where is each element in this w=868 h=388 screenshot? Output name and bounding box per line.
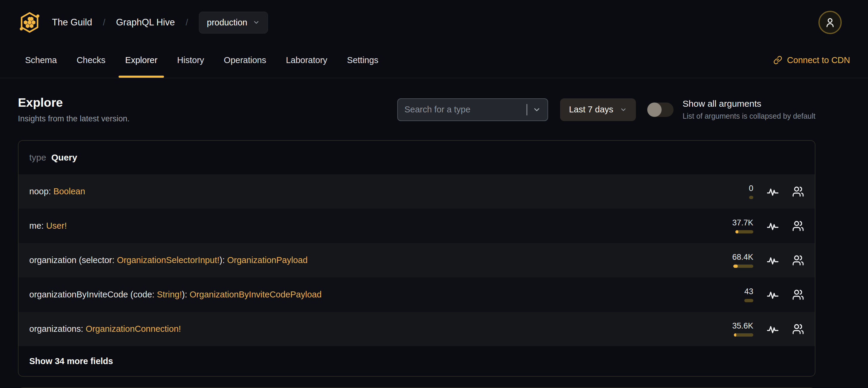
users-icon[interactable] xyxy=(792,255,804,266)
breadcrumb-separator: / xyxy=(103,18,105,28)
toggle-knob xyxy=(647,102,661,117)
type-card-header: type Query xyxy=(19,141,815,174)
field-stats: 68.4K xyxy=(732,252,804,268)
users-icon[interactable] xyxy=(792,220,804,232)
activity-icon[interactable] xyxy=(767,185,779,198)
field-row: organizations: OrganizationConnection! 3… xyxy=(19,312,815,346)
tab-settings[interactable]: Settings xyxy=(340,42,385,78)
tab-laboratory[interactable]: Laboratory xyxy=(279,42,335,78)
breadcrumb: The Guild / GraphQL Hive / production xyxy=(52,12,268,33)
users-icon[interactable] xyxy=(792,323,804,335)
avatar-button[interactable] xyxy=(818,11,842,34)
type-card: type Query noop: Boolean 0 me: User! 37.… xyxy=(18,140,815,377)
field-type: User! xyxy=(46,221,67,231)
toggle-title: Show all arguments xyxy=(683,99,815,109)
combobox-divider xyxy=(527,104,527,115)
user-icon xyxy=(825,17,836,28)
honeycomb-cells xyxy=(24,17,35,28)
field-row: me: User! 37.7K xyxy=(19,209,815,243)
tab-operations[interactable]: Operations xyxy=(217,42,273,78)
usage-count: 0 xyxy=(749,184,753,193)
type-name: Query xyxy=(51,152,78,162)
usage-bar xyxy=(735,230,753,234)
field-type: Boolean xyxy=(54,186,85,196)
tab-bar: Schema Checks Explorer History Operation… xyxy=(0,42,868,78)
tab-history[interactable]: History xyxy=(170,42,211,78)
usage-block: 35.6K xyxy=(732,321,753,336)
activity-icon[interactable] xyxy=(767,323,779,335)
usage-bar-fill xyxy=(734,333,736,336)
show-more-fields-button[interactable]: Show 34 more fields xyxy=(19,346,815,376)
environment-select-label: production xyxy=(207,18,247,28)
field-signature[interactable]: me: User! xyxy=(29,221,67,231)
tab-explorer[interactable]: Explorer xyxy=(118,42,164,78)
field-type: OrganizationByInviteCodePayload xyxy=(190,290,322,299)
controls: Last 7 days Show all arguments List of a… xyxy=(397,98,815,121)
breadcrumb-org[interactable]: The Guild xyxy=(52,17,92,28)
type-kind-label: type xyxy=(29,152,46,162)
usage-bar xyxy=(749,196,753,199)
hive-logo-icon[interactable] xyxy=(18,11,41,34)
field-type: OrganizationPayload xyxy=(227,255,308,265)
field-stats: 43 xyxy=(744,287,804,302)
usage-count: 43 xyxy=(744,287,753,296)
field-row: noop: Boolean 0 xyxy=(19,174,815,209)
show-all-arguments-toggle[interactable] xyxy=(647,102,674,117)
chevron-down-icon xyxy=(620,106,627,113)
page-subtitle: Insights from the latest version. xyxy=(18,114,130,123)
field-row: organization (selector: OrganizationSele… xyxy=(19,243,815,277)
type-search-input[interactable] xyxy=(404,105,521,115)
field-signature[interactable]: noop: Boolean xyxy=(29,186,85,197)
users-icon[interactable] xyxy=(792,186,804,198)
chevron-down-icon[interactable] xyxy=(533,106,541,114)
page-title: Explore xyxy=(18,96,130,110)
usage-bar xyxy=(734,333,753,336)
environment-select[interactable]: production xyxy=(199,12,268,33)
period-select[interactable]: Last 7 days xyxy=(560,98,636,121)
field-type: OrganizationConnection! xyxy=(86,324,181,334)
field-type: OrganizationSelectorInput! xyxy=(117,255,219,265)
field-signature[interactable]: organizations: OrganizationConnection! xyxy=(29,324,181,334)
usage-bar xyxy=(733,265,753,268)
usage-bar-fill xyxy=(733,265,738,268)
toggle-description: List of arguments is collapsed by defaul… xyxy=(683,112,815,120)
field-type: String! xyxy=(157,290,182,299)
activity-icon[interactable] xyxy=(767,254,779,267)
link-icon xyxy=(773,56,782,65)
field-stats: 37.7K xyxy=(732,218,804,234)
period-select-label: Last 7 days xyxy=(569,105,613,115)
usage-bar xyxy=(744,299,753,302)
field-stats: 0 xyxy=(749,184,804,199)
activity-icon[interactable] xyxy=(767,220,779,232)
top-bar: The Guild / GraphQL Hive / production xyxy=(0,0,868,42)
field-signature[interactable]: organizationByInviteCode (code: String!)… xyxy=(29,290,322,300)
usage-bar-fill xyxy=(735,230,738,234)
field-stats: 35.6K xyxy=(732,321,804,336)
tabs: Schema Checks Explorer History Operation… xyxy=(18,42,385,78)
field-signature[interactable]: organization (selector: OrganizationSele… xyxy=(29,255,308,265)
tab-checks[interactable]: Checks xyxy=(69,42,113,78)
connect-to-cdn-label: Connect to CDN xyxy=(787,55,850,65)
usage-count: 35.6K xyxy=(732,321,753,331)
usage-count: 68.4K xyxy=(732,252,753,262)
usage-block: 68.4K xyxy=(732,252,753,268)
activity-icon[interactable] xyxy=(767,289,779,301)
title-block: Explore Insights from the latest version… xyxy=(18,96,130,123)
users-icon[interactable] xyxy=(792,289,804,301)
connect-to-cdn-link[interactable]: Connect to CDN xyxy=(773,42,850,78)
field-row: organizationByInviteCode (code: String!)… xyxy=(19,277,815,312)
chevron-down-icon xyxy=(253,19,260,26)
tab-schema[interactable]: Schema xyxy=(18,42,64,78)
type-search-combobox[interactable] xyxy=(397,98,548,121)
main-content: Explore Insights from the latest version… xyxy=(0,96,833,388)
section-head: Explore Insights from the latest version… xyxy=(18,96,815,123)
usage-block: 43 xyxy=(744,287,753,302)
toggle-labels: Show all arguments List of arguments is … xyxy=(683,99,815,120)
breadcrumb-project[interactable]: GraphQL Hive xyxy=(116,17,175,28)
show-all-arguments-control: Show all arguments List of arguments is … xyxy=(647,99,815,120)
usage-block: 37.7K xyxy=(732,218,753,234)
breadcrumb-separator: / xyxy=(185,18,188,28)
usage-block: 0 xyxy=(749,184,753,199)
usage-count: 37.7K xyxy=(732,218,753,228)
